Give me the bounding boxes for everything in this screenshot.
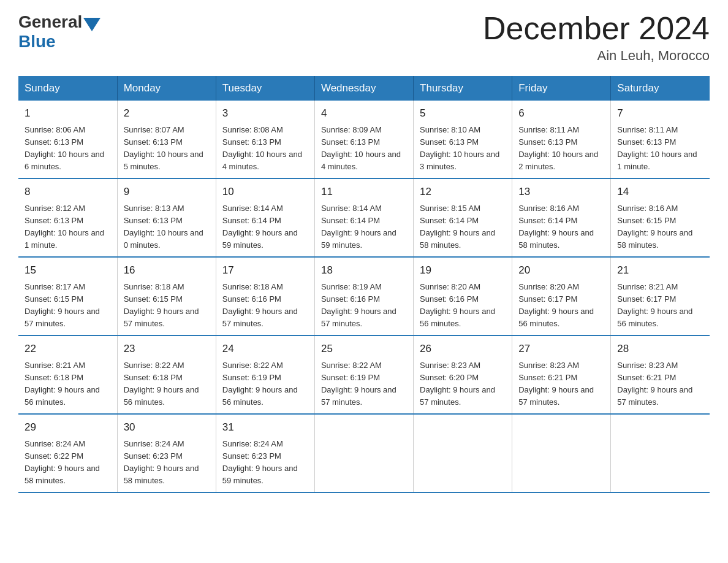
day-info: Sunrise: 8:13 AMSunset: 6:13 PMDaylight:… bbox=[124, 202, 210, 252]
day-info: Sunrise: 8:20 AMSunset: 6:16 PMDaylight:… bbox=[420, 281, 506, 331]
day-number: 14 bbox=[617, 184, 703, 200]
calendar-cell: 3 Sunrise: 8:08 AMSunset: 6:13 PMDayligh… bbox=[216, 101, 314, 178]
title-section: December 2024 Ain Leuh, Morocco bbox=[483, 12, 710, 64]
calendar-cell: 31 Sunrise: 8:24 AMSunset: 6:23 PMDaylig… bbox=[216, 414, 314, 492]
calendar-week-row: 29 Sunrise: 8:24 AMSunset: 6:22 PMDaylig… bbox=[18, 414, 710, 492]
day-info: Sunrise: 8:18 AMSunset: 6:16 PMDaylight:… bbox=[222, 281, 308, 331]
calendar-cell: 4 Sunrise: 8:09 AMSunset: 6:13 PMDayligh… bbox=[314, 101, 413, 178]
day-info: Sunrise: 8:18 AMSunset: 6:15 PMDaylight:… bbox=[124, 281, 210, 331]
logo-general-text: General bbox=[18, 12, 82, 32]
day-number: 1 bbox=[25, 105, 111, 121]
weekday-header-sunday: Sunday bbox=[18, 76, 117, 101]
day-number: 12 bbox=[420, 184, 506, 200]
calendar-cell: 21 Sunrise: 8:21 AMSunset: 6:17 PMDaylig… bbox=[611, 257, 710, 335]
weekday-header-wednesday: Wednesday bbox=[314, 76, 413, 101]
day-number: 27 bbox=[518, 341, 604, 357]
day-number: 30 bbox=[124, 419, 210, 435]
calendar-cell bbox=[512, 414, 611, 492]
weekday-header-thursday: Thursday bbox=[414, 76, 512, 101]
calendar-cell: 29 Sunrise: 8:24 AMSunset: 6:22 PMDaylig… bbox=[18, 414, 117, 492]
day-info: Sunrise: 8:10 AMSunset: 6:13 PMDaylight:… bbox=[420, 124, 506, 174]
day-info: Sunrise: 8:07 AMSunset: 6:13 PMDaylight:… bbox=[124, 124, 210, 174]
day-info: Sunrise: 8:23 AMSunset: 6:21 PMDaylight:… bbox=[518, 359, 604, 409]
logo-triangle-icon bbox=[83, 18, 100, 31]
calendar-week-row: 15 Sunrise: 8:17 AMSunset: 6:15 PMDaylig… bbox=[18, 257, 710, 335]
day-number: 3 bbox=[222, 105, 308, 121]
day-number: 10 bbox=[222, 184, 308, 200]
day-number: 9 bbox=[124, 184, 210, 200]
calendar-cell bbox=[611, 414, 710, 492]
day-number: 8 bbox=[25, 184, 111, 200]
calendar-cell: 12 Sunrise: 8:15 AMSunset: 6:14 PMDaylig… bbox=[414, 178, 512, 257]
logo: General Blue bbox=[18, 12, 102, 52]
day-number: 18 bbox=[321, 262, 407, 278]
day-info: Sunrise: 8:14 AMSunset: 6:14 PMDaylight:… bbox=[222, 202, 308, 252]
day-number: 25 bbox=[321, 341, 407, 357]
day-info: Sunrise: 8:24 AMSunset: 6:23 PMDaylight:… bbox=[124, 438, 210, 488]
day-number: 7 bbox=[617, 105, 703, 121]
weekday-header-tuesday: Tuesday bbox=[216, 76, 314, 101]
location-label: Ain Leuh, Morocco bbox=[483, 48, 710, 64]
calendar-cell: 23 Sunrise: 8:22 AMSunset: 6:18 PMDaylig… bbox=[117, 335, 216, 414]
page-header: General Blue December 2024 Ain Leuh, Mor… bbox=[18, 12, 710, 64]
calendar-cell bbox=[314, 414, 413, 492]
day-info: Sunrise: 8:23 AMSunset: 6:21 PMDaylight:… bbox=[617, 359, 703, 409]
calendar-cell: 13 Sunrise: 8:16 AMSunset: 6:14 PMDaylig… bbox=[512, 178, 611, 257]
day-number: 4 bbox=[321, 105, 407, 121]
day-info: Sunrise: 8:24 AMSunset: 6:22 PMDaylight:… bbox=[25, 438, 111, 488]
day-number: 17 bbox=[222, 262, 308, 278]
calendar-cell: 16 Sunrise: 8:18 AMSunset: 6:15 PMDaylig… bbox=[117, 257, 216, 335]
day-info: Sunrise: 8:21 AMSunset: 6:17 PMDaylight:… bbox=[617, 281, 703, 331]
calendar-cell: 1 Sunrise: 8:06 AMSunset: 6:13 PMDayligh… bbox=[18, 101, 117, 178]
day-number: 26 bbox=[420, 341, 506, 357]
calendar-cell: 11 Sunrise: 8:14 AMSunset: 6:14 PMDaylig… bbox=[314, 178, 413, 257]
weekday-header-saturday: Saturday bbox=[611, 76, 710, 101]
day-number: 23 bbox=[124, 341, 210, 357]
day-number: 29 bbox=[25, 419, 111, 435]
calendar-cell: 17 Sunrise: 8:18 AMSunset: 6:16 PMDaylig… bbox=[216, 257, 314, 335]
calendar-cell: 14 Sunrise: 8:16 AMSunset: 6:15 PMDaylig… bbox=[611, 178, 710, 257]
day-number: 2 bbox=[124, 105, 210, 121]
day-info: Sunrise: 8:14 AMSunset: 6:14 PMDaylight:… bbox=[321, 202, 407, 252]
calendar-cell: 5 Sunrise: 8:10 AMSunset: 6:13 PMDayligh… bbox=[414, 101, 512, 178]
calendar-cell: 2 Sunrise: 8:07 AMSunset: 6:13 PMDayligh… bbox=[117, 101, 216, 178]
day-number: 11 bbox=[321, 184, 407, 200]
day-number: 22 bbox=[25, 341, 111, 357]
day-info: Sunrise: 8:06 AMSunset: 6:13 PMDaylight:… bbox=[25, 124, 111, 174]
day-info: Sunrise: 8:23 AMSunset: 6:20 PMDaylight:… bbox=[420, 359, 506, 409]
calendar-cell bbox=[414, 414, 512, 492]
calendar-cell: 18 Sunrise: 8:19 AMSunset: 6:16 PMDaylig… bbox=[314, 257, 413, 335]
day-number: 13 bbox=[518, 184, 604, 200]
day-info: Sunrise: 8:12 AMSunset: 6:13 PMDaylight:… bbox=[25, 202, 111, 252]
month-title: December 2024 bbox=[483, 12, 710, 44]
logo-blue-text: Blue bbox=[18, 32, 56, 51]
weekday-header-row: SundayMondayTuesdayWednesdayThursdayFrid… bbox=[18, 76, 710, 101]
day-number: 28 bbox=[617, 341, 703, 357]
calendar-table: SundayMondayTuesdayWednesdayThursdayFrid… bbox=[18, 76, 710, 493]
day-number: 5 bbox=[420, 105, 506, 121]
day-info: Sunrise: 8:24 AMSunset: 6:23 PMDaylight:… bbox=[222, 438, 308, 488]
calendar-cell: 19 Sunrise: 8:20 AMSunset: 6:16 PMDaylig… bbox=[414, 257, 512, 335]
day-number: 19 bbox=[420, 262, 506, 278]
calendar-cell: 6 Sunrise: 8:11 AMSunset: 6:13 PMDayligh… bbox=[512, 101, 611, 178]
calendar-week-row: 22 Sunrise: 8:21 AMSunset: 6:18 PMDaylig… bbox=[18, 335, 710, 414]
calendar-cell: 10 Sunrise: 8:14 AMSunset: 6:14 PMDaylig… bbox=[216, 178, 314, 257]
day-number: 20 bbox=[518, 262, 604, 278]
calendar-week-row: 8 Sunrise: 8:12 AMSunset: 6:13 PMDayligh… bbox=[18, 178, 710, 257]
calendar-cell: 20 Sunrise: 8:20 AMSunset: 6:17 PMDaylig… bbox=[512, 257, 611, 335]
calendar-cell: 9 Sunrise: 8:13 AMSunset: 6:13 PMDayligh… bbox=[117, 178, 216, 257]
day-number: 21 bbox=[617, 262, 703, 278]
calendar-cell: 25 Sunrise: 8:22 AMSunset: 6:19 PMDaylig… bbox=[314, 335, 413, 414]
day-info: Sunrise: 8:22 AMSunset: 6:19 PMDaylight:… bbox=[222, 359, 308, 409]
day-number: 6 bbox=[518, 105, 604, 121]
day-info: Sunrise: 8:22 AMSunset: 6:19 PMDaylight:… bbox=[321, 359, 407, 409]
calendar-week-row: 1 Sunrise: 8:06 AMSunset: 6:13 PMDayligh… bbox=[18, 101, 710, 178]
weekday-header-friday: Friday bbox=[512, 76, 611, 101]
day-info: Sunrise: 8:22 AMSunset: 6:18 PMDaylight:… bbox=[124, 359, 210, 409]
day-number: 16 bbox=[124, 262, 210, 278]
day-info: Sunrise: 8:11 AMSunset: 6:13 PMDaylight:… bbox=[518, 124, 604, 174]
day-info: Sunrise: 8:16 AMSunset: 6:14 PMDaylight:… bbox=[518, 202, 604, 252]
day-info: Sunrise: 8:17 AMSunset: 6:15 PMDaylight:… bbox=[25, 281, 111, 331]
day-number: 31 bbox=[222, 419, 308, 435]
day-info: Sunrise: 8:21 AMSunset: 6:18 PMDaylight:… bbox=[25, 359, 111, 409]
